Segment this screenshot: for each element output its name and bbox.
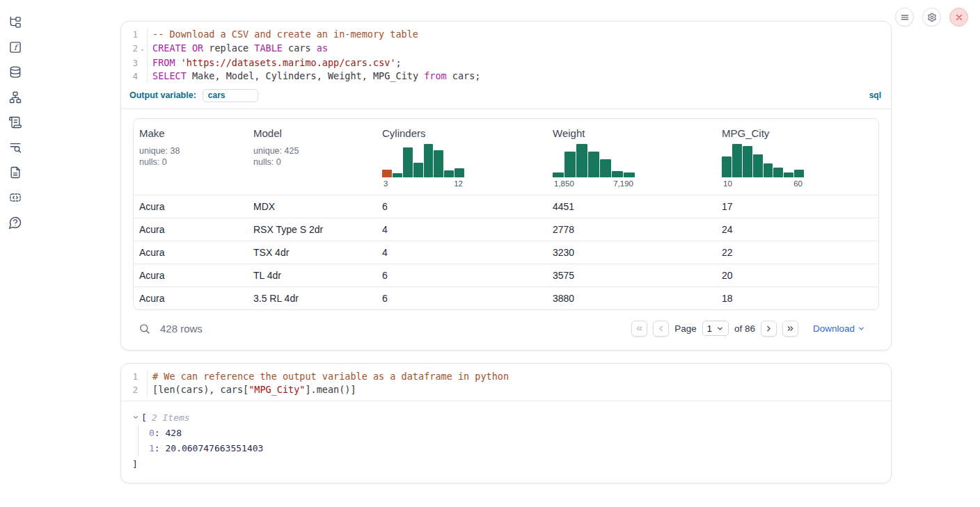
snippets-icon[interactable]	[8, 191, 22, 204]
histogram-bar[interactable]	[600, 159, 611, 177]
items-count: 2 Items	[152, 410, 190, 425]
search-icon[interactable]	[139, 323, 150, 335]
close-bracket: ]	[132, 457, 880, 472]
histogram-bar[interactable]	[564, 152, 576, 177]
language-badge: sql	[869, 90, 881, 100]
next-page-button[interactable]	[761, 321, 777, 337]
column-title: Weight	[553, 127, 711, 139]
close-button[interactable]	[949, 8, 968, 26]
menu-button[interactable]	[895, 8, 914, 26]
histogram-bar[interactable]	[722, 156, 732, 177]
fold-chevron-icon[interactable]: ⌄	[138, 42, 147, 56]
code-text: CREATE OR replace TABLE cars as	[148, 42, 328, 56]
histogram-bar[interactable]	[403, 147, 413, 177]
help-icon[interactable]	[8, 216, 22, 230]
hamburger-icon	[900, 13, 910, 22]
column-title: Make	[139, 127, 242, 139]
code-line[interactable]: 2[len(cars), cars["MPG_City"].mean()]	[121, 383, 891, 397]
chevron-left-icon	[656, 324, 665, 333]
histogram-bar[interactable]	[553, 172, 564, 177]
histogram-bar[interactable]	[784, 172, 793, 177]
column-header-make[interactable]: Make unique: 38 nulls: 0	[134, 119, 248, 195]
column-header-model[interactable]: Model unique: 425 nulls: 0	[248, 119, 377, 195]
last-page-button[interactable]	[782, 321, 798, 337]
gutter: 1	[121, 28, 148, 42]
sql-code-editor[interactable]: 1-- Download a CSV and create an in-memo…	[121, 22, 891, 87]
histogram-bar[interactable]	[393, 173, 402, 177]
gutter: 3	[121, 56, 148, 70]
histogram-bar[interactable]	[764, 163, 773, 177]
histogram-bar[interactable]	[382, 170, 392, 177]
output-variable-input[interactable]	[203, 89, 258, 102]
list-item: 1: 20.060747663551403	[149, 441, 880, 456]
histogram-bar[interactable]	[424, 144, 434, 177]
download-button[interactable]: Download	[813, 323, 865, 334]
code-line[interactable]: 1-- Download a CSV and create an in-memo…	[121, 28, 891, 42]
column-stats: unique: 38 nulls: 0	[139, 145, 242, 168]
python-code-editor[interactable]: 1# We can reference the output variable …	[121, 364, 891, 401]
column-header-weight[interactable]: Weight 1,850 7,190	[547, 119, 716, 195]
table-row[interactable]: Acura 3.5 RL 4dr 6 3880 18	[134, 287, 878, 309]
column-stats: unique: 425 nulls: 0	[253, 145, 371, 168]
histogram-bar[interactable]	[576, 144, 587, 177]
code-line[interactable]: 1# We can reference the output variable …	[121, 370, 891, 384]
page-select[interactable]: 1	[702, 321, 729, 336]
scratchpad-icon[interactable]	[8, 115, 22, 129]
chevrons-left-icon	[635, 324, 644, 333]
python-cell: 1# We can reference the output variable …	[120, 363, 892, 483]
code-text: FROM 'https://datasets.marimo.app/cars.c…	[148, 56, 402, 70]
column-header-cylinders[interactable]: Cylinders 3 12	[377, 119, 547, 195]
collapse-chevron-icon[interactable]	[132, 414, 139, 421]
histogram-bar[interactable]	[455, 168, 464, 177]
code-line[interactable]: 4SELECT Make, Model, Cylinders, Weight, …	[121, 70, 891, 83]
table-row[interactable]: Acura MDX 6 4451 17	[134, 195, 878, 218]
histogram-bar[interactable]	[612, 171, 623, 177]
code-line[interactable]: 3FROM 'https://datasets.marimo.app/cars.…	[121, 56, 891, 70]
sql-cell: 1-- Download a CSV and create an in-memo…	[120, 21, 892, 351]
histogram-bar[interactable]	[413, 163, 423, 177]
previous-page-button[interactable]	[653, 321, 669, 337]
column-header-mpg-city[interactable]: MPG_City 10 60	[716, 119, 878, 195]
histogram-axis-labels: 3 12	[382, 179, 464, 188]
histogram-bar[interactable]	[588, 152, 599, 177]
sidebar: f	[0, 0, 31, 507]
table-footer: 428 rows Page 1	[133, 310, 879, 350]
code-text: # We can reference the output variable a…	[148, 370, 509, 384]
table-row[interactable]: Acura TSX 4dr 4 3230 22	[134, 241, 878, 264]
cylinders-histogram[interactable]: 3 12	[382, 144, 464, 188]
variables-icon[interactable]: f	[8, 40, 22, 54]
file-explorer-icon[interactable]	[8, 15, 22, 29]
page-label: Page	[674, 323, 697, 334]
chevron-down-icon	[716, 325, 724, 332]
code-line[interactable]: 2⌄CREATE OR replace TABLE cars as	[121, 42, 891, 56]
histogram-bar[interactable]	[434, 150, 443, 177]
row-count: 428 rows	[160, 323, 203, 335]
histogram-bar[interactable]	[624, 172, 635, 177]
histogram-bar[interactable]	[753, 154, 763, 177]
table-header-row: Make unique: 38 nulls: 0 Model unique: 4…	[134, 119, 878, 195]
data-sources-icon[interactable]	[8, 65, 22, 79]
histogram-bar[interactable]	[794, 170, 804, 177]
table-row[interactable]: Acura RSX Type S 2dr 4 2778 24	[134, 218, 878, 241]
column-title: Cylinders	[382, 127, 542, 139]
histogram-bar[interactable]	[732, 144, 742, 177]
dependency-graph-icon[interactable]	[8, 90, 22, 104]
mpg-city-histogram[interactable]: 10 60	[722, 144, 804, 188]
histogram-bar[interactable]	[773, 168, 783, 177]
documentation-icon[interactable]	[8, 166, 22, 179]
notebook: 1-- Download a CSV and create an in-memo…	[120, 21, 892, 483]
list-item: 0: 428	[149, 426, 880, 441]
weight-histogram[interactable]: 1,850 7,190	[553, 144, 635, 188]
first-page-button[interactable]	[631, 321, 647, 337]
output-variable-label: Output variable:	[129, 90, 196, 100]
pagination: Page 1 of 86	[631, 321, 874, 337]
histogram-axis-labels: 10 60	[722, 179, 804, 188]
python-cell-output: [ 2 Items 0: 428 1: 20.060747663551403 ]	[121, 401, 891, 483]
histogram-bar[interactable]	[444, 170, 454, 177]
settings-button[interactable]	[922, 8, 941, 26]
table-row[interactable]: Acura TL 4dr 6 3575 20	[134, 264, 878, 287]
close-icon	[954, 13, 964, 22]
histogram-bar[interactable]	[743, 146, 752, 177]
logs-icon[interactable]	[8, 140, 22, 154]
chevrons-right-icon	[786, 324, 795, 333]
